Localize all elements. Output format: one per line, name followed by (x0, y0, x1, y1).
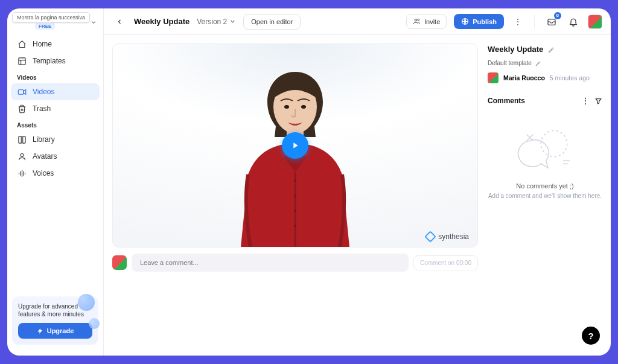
sidebar-item-label: Trash (33, 104, 51, 113)
svg-rect-0 (18, 57, 25, 64)
details-panel: Weekly Update Default template Maria Ruo… (488, 43, 602, 347)
comment-timestamp-button[interactable]: Comment on 00:00 (413, 255, 478, 270)
comments-filter-button[interactable] (594, 97, 602, 105)
edit-template-button[interactable] (535, 60, 541, 66)
svg-marker-4 (24, 89, 26, 94)
divider (534, 15, 535, 28)
plan-badge: FREE (35, 23, 55, 30)
empty-heading: No comments yet ;) (516, 182, 573, 190)
globe-icon (461, 18, 469, 25)
lightning-icon (37, 328, 43, 334)
sidebar-item-label: Avatars (33, 152, 57, 161)
open-in-editor-button[interactable]: Open in editor (243, 14, 301, 30)
sidebar-item-videos[interactable]: Videos (11, 83, 100, 100)
workspace-switcher[interactable]: Mostra la pagina successiva FREE (7, 8, 103, 33)
sidebar-item-label: Home (33, 40, 52, 48)
comments-empty-icon (515, 126, 575, 174)
topbar: Weekly Update Version 2 Open in editor I… (104, 8, 611, 35)
version-selector[interactable]: Version 2 (197, 18, 236, 26)
back-button[interactable] (112, 14, 127, 29)
filter-icon (594, 97, 602, 105)
avatar-icon (17, 152, 27, 161)
chevron-down-icon (229, 18, 236, 25)
sidebar-item-label: Library (33, 135, 55, 144)
play-icon (290, 141, 300, 150)
svg-point-23 (294, 225, 296, 227)
sidebar-item-library[interactable]: Library (11, 131, 100, 148)
upgrade-button[interactable]: Upgrade (18, 323, 92, 339)
publish-button[interactable]: Publish (454, 14, 504, 29)
svg-point-21 (294, 194, 296, 197)
svg-marker-24 (293, 142, 298, 148)
svg-point-20 (294, 179, 296, 182)
svg-point-22 (294, 209, 296, 212)
tooltip: Mostra la pagina successiva (12, 12, 90, 23)
sidebar-item-voices[interactable]: Voices (11, 165, 100, 182)
svg-rect-14 (548, 19, 555, 25)
watermark-logo-icon (424, 231, 436, 243)
notification-badge: 0 (554, 12, 561, 19)
sidebar-nav: Home Templates Videos Videos Trash (7, 33, 103, 184)
comments-empty-state: No comments yet ;) Add a comment and we'… (488, 126, 602, 200)
comments-header: Comments (488, 97, 525, 105)
version-label: Version 2 (197, 18, 227, 26)
sidebar-section-assets: Assets (11, 117, 100, 131)
invite-label: Invite (424, 18, 440, 25)
comment-input-wrap[interactable] (132, 254, 409, 272)
main: Weekly Update Version 2 Open in editor I… (104, 8, 611, 356)
svg-point-5 (21, 153, 24, 156)
svg-point-12 (418, 19, 419, 21)
help-fab[interactable]: ? (582, 327, 600, 345)
notifications-button[interactable] (566, 14, 581, 29)
pencil-icon (548, 46, 555, 53)
library-icon (17, 135, 27, 144)
comment-composer: Comment on 00:00 (112, 254, 478, 272)
voice-icon (17, 168, 27, 178)
watermark-text: synthesia (438, 232, 469, 241)
sidebar-item-home[interactable]: Home (11, 36, 100, 53)
more-menu[interactable]: ⋮ (511, 17, 524, 27)
sidebar-item-avatars[interactable]: Avatars (11, 148, 100, 165)
watermark: synthesia (426, 232, 469, 241)
sidebar-item-trash[interactable]: Trash (11, 100, 100, 117)
composer-avatar (112, 255, 127, 270)
svg-point-18 (301, 105, 306, 109)
templates-icon (17, 56, 27, 66)
people-icon (413, 18, 421, 25)
home-icon (17, 39, 27, 49)
bell-icon (569, 17, 578, 27)
empty-sub: Add a comment and we'll show them here. (488, 192, 602, 200)
sidebar: Mostra la pagina successiva FREE Home Te… (7, 8, 104, 356)
page-title: Weekly Update (134, 17, 190, 26)
svg-point-17 (284, 105, 289, 109)
upgrade-text: Upgrade for advanced features & more min… (18, 302, 92, 318)
trash-icon (17, 104, 27, 113)
video-column: synthesia Comment on 00:00 (112, 43, 478, 347)
updated-time: 5 minutes ago (550, 74, 590, 81)
svg-rect-3 (18, 89, 24, 94)
author-name: Maria Ruocco (503, 74, 545, 81)
video-preview[interactable]: synthesia (112, 43, 478, 247)
content: synthesia Comment on 00:00 Weekly Update (104, 35, 611, 356)
sidebar-section-videos: Videos (11, 69, 100, 83)
comment-input[interactable] (139, 258, 401, 267)
author-avatar (488, 72, 499, 83)
play-button[interactable] (282, 132, 308, 159)
details-subtitle: Default template (488, 60, 532, 66)
user-avatar[interactable] (588, 14, 602, 29)
invite-button[interactable]: Invite (406, 14, 447, 29)
chevron-left-icon (116, 18, 123, 26)
pencil-icon (535, 60, 541, 66)
comments-more[interactable]: ⋮ (581, 97, 590, 105)
upgrade-button-label: Upgrade (47, 327, 74, 334)
publish-label: Publish (473, 18, 497, 25)
upgrade-card: Upgrade for advanced features & more min… (12, 296, 98, 345)
edit-title-button[interactable] (548, 46, 555, 53)
sidebar-item-templates[interactable]: Templates (11, 53, 100, 69)
details-title: Weekly Update (488, 45, 543, 54)
sidebar-item-label: Voices (33, 169, 54, 177)
chevron-down-icon (90, 19, 97, 26)
svg-point-11 (415, 19, 416, 21)
sidebar-item-label: Videos (33, 88, 54, 96)
inbox-button[interactable]: 0 (544, 14, 559, 29)
